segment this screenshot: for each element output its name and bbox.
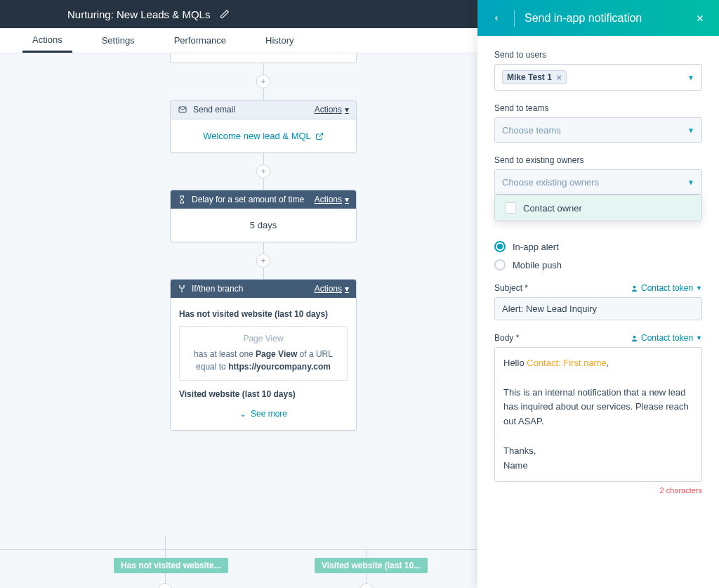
svg-point-5 [633, 335, 636, 338]
subject-group: Subject * Contact token ▼ [494, 283, 702, 320]
svg-point-1 [179, 285, 180, 287]
placeholder-text: Choose existing owners [502, 177, 599, 188]
send-to-owners-select[interactable]: Choose existing owners ▼ [494, 169, 702, 195]
send-to-teams-label: Send to teams [494, 103, 702, 113]
body-text: Name [503, 460, 528, 471]
person-icon [631, 285, 638, 292]
radio-label: In-app alert [513, 242, 559, 252]
card-actions-menu[interactable]: Actions▾ [315, 195, 349, 204]
send-to-owners-group: Send to existing owners Choose existing … [494, 155, 702, 195]
checkbox[interactable] [505, 202, 516, 214]
card-send-email[interactable]: Send email Actions▾ Welcome new lead & M… [170, 100, 357, 153]
email-link-text: Welcome new lead & MQL [203, 131, 311, 141]
body-editor[interactable]: Hello Contact: First name, This is an in… [494, 347, 702, 482]
body-text: Thanks, [503, 445, 536, 456]
subject-label: Subject * [494, 283, 528, 293]
card-header-send-email: Send email Actions▾ [171, 100, 356, 119]
connector-line [263, 178, 264, 190]
connector-line [263, 89, 264, 100]
condition-text: has at least one Page View of a URL equa… [187, 348, 340, 373]
card-header-ifthen: If/then branch Actions▾ [171, 280, 356, 298]
contact-token-button[interactable]: Contact token ▼ [631, 333, 702, 343]
svg-point-3 [181, 291, 183, 292]
chevron-down-icon: ▼ [696, 334, 702, 341]
mail-icon [178, 105, 187, 114]
branch-label-right[interactable]: Visited website (last 10... [315, 558, 428, 573]
close-branch-button[interactable]: ✕ [360, 583, 374, 588]
body-label: Body * [494, 333, 519, 343]
owner-option-contact-owner[interactable]: Contact owner [495, 195, 701, 221]
divider [514, 10, 515, 27]
chevron-down-icon: ▼ [687, 178, 694, 186]
send-to-users-label: Send to users [494, 50, 702, 60]
connector-line [263, 268, 264, 279]
body-group: Body * Contact token ▼ Hello Contact: Fi… [494, 333, 702, 495]
branch-icon [178, 285, 186, 293]
hourglass-icon [178, 195, 186, 204]
see-more-link[interactable]: ⌄ See more [179, 403, 348, 419]
subject-input[interactable] [494, 297, 702, 320]
card-actions-menu[interactable]: Actions▾ [315, 284, 349, 294]
ifthen-body: Has not visited website (last 10 days) P… [171, 298, 356, 430]
owners-dropdown: Contact owner [494, 195, 702, 221]
card-stub [170, 53, 357, 63]
tab-performance[interactable]: Performance [164, 28, 236, 53]
condition-2-title: Visited website (last 10 days) [179, 389, 348, 399]
chevron-down-icon: ⌄ [239, 409, 246, 419]
email-link[interactable]: Welcome new lead & MQL [171, 119, 356, 152]
tab-settings[interactable]: Settings [92, 28, 145, 53]
back-button[interactable] [489, 13, 504, 24]
condition-type: Page View [187, 334, 340, 344]
branch-split: Has not visited website... Visited websi… [0, 535, 477, 588]
send-to-teams-select[interactable]: Choose teams ▼ [494, 117, 702, 143]
edit-title-icon[interactable] [220, 9, 230, 19]
side-panel: Send in-app notification Send to users M… [477, 0, 719, 588]
delay-value: 5 days [171, 209, 356, 242]
contact-token-button[interactable]: Contact token ▼ [631, 283, 702, 293]
radio-label: Mobile push [513, 260, 562, 270]
external-link-icon [315, 132, 324, 141]
connector-line [263, 63, 264, 74]
svg-point-4 [633, 285, 636, 288]
chevron-down-icon: ▼ [696, 285, 702, 292]
connector-line [263, 242, 264, 254]
remove-chip-icon[interactable]: ✕ [556, 74, 562, 81]
chevron-down-icon: ▾ [345, 284, 349, 294]
see-more-text: See more [251, 409, 287, 419]
body-token: Contact: First name [527, 358, 606, 368]
add-step-button[interactable]: + [256, 74, 270, 89]
chevron-down-icon: ▾ [345, 105, 349, 115]
radio-mobile-push[interactable]: Mobile push [494, 259, 702, 270]
tab-actions[interactable]: Actions [22, 28, 72, 53]
panel-title: Send in-app notification [525, 12, 692, 25]
radio-icon [494, 259, 506, 270]
add-step-button[interactable]: + [256, 254, 270, 268]
user-chip[interactable]: Mike Test 1 ✕ [502, 70, 567, 84]
tab-history[interactable]: History [256, 28, 303, 53]
send-to-users-select[interactable]: Mike Test 1 ✕ ▼ [494, 64, 702, 91]
card-ifthen[interactable]: If/then branch Actions▾ Has not visited … [170, 279, 357, 431]
card-header-delay: Delay for a set amount of time Actions▾ [171, 190, 356, 209]
token-label: Contact token [641, 333, 693, 343]
card-actions-menu[interactable]: Actions▾ [315, 105, 349, 115]
close-panel-button[interactable] [692, 13, 708, 23]
radio-icon [494, 241, 506, 252]
character-count: 2 characters [494, 486, 702, 495]
svg-point-2 [183, 285, 185, 287]
chevron-down-icon: ▼ [687, 74, 694, 81]
card-title: Delay for a set amount of time [192, 195, 315, 204]
connector-line [165, 535, 166, 549]
placeholder-text: Choose teams [502, 125, 561, 136]
connector-line [0, 549, 477, 550]
connector-line [263, 153, 264, 164]
body-text: , [607, 358, 609, 368]
add-step-button[interactable]: + [256, 164, 270, 178]
send-to-owners-label: Send to existing owners [494, 155, 702, 165]
add-step-button[interactable]: + [158, 583, 172, 588]
card-delay[interactable]: Delay for a set amount of time Actions▾ … [170, 190, 357, 242]
card-title: If/then branch [192, 284, 315, 294]
token-label: Contact token [641, 283, 693, 293]
branch-label-left[interactable]: Has not visited website... [114, 558, 228, 573]
owner-option-label: Contact owner [523, 203, 582, 214]
radio-in-app[interactable]: In-app alert [494, 241, 702, 252]
